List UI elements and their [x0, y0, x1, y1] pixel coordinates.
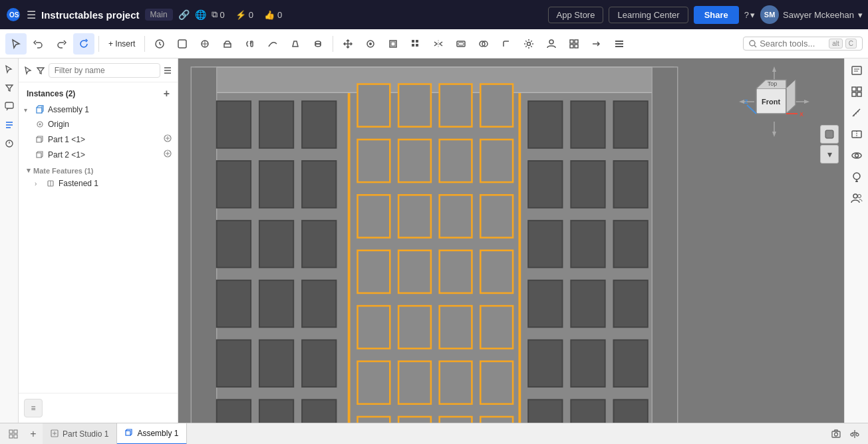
svg-rect-79	[302, 399, 336, 423]
appearance-icon[interactable]	[847, 167, 866, 186]
insert-button[interactable]: + Insert	[103, 33, 140, 55]
comment-icon	[5, 102, 14, 111]
svg-rect-101	[398, 362, 431, 404]
svg-rect-104	[358, 417, 390, 423]
sidebar-filter-icon[interactable]	[36, 61, 45, 80]
learning-button[interactable]: Learning Center	[609, 7, 688, 23]
tree-item-part2[interactable]: Part 2 <1>	[19, 147, 178, 162]
left-measure-icon[interactable]	[1, 136, 17, 152]
add-tab-button[interactable]: +	[24, 425, 43, 443]
move-button[interactable]	[337, 33, 359, 55]
logo[interactable]: OS	[5, 7, 21, 23]
help-button[interactable]: ? ▾	[744, 10, 755, 20]
undo-button[interactable]	[28, 33, 49, 55]
view-mode-button[interactable]	[820, 125, 839, 144]
view-cube[interactable]: Front Top Z X	[738, 65, 811, 138]
person-button[interactable]	[541, 33, 562, 55]
search-tools-input[interactable]	[760, 39, 826, 49]
view-dropdown-button[interactable]: ▾	[820, 145, 839, 164]
extrude-button[interactable]	[217, 33, 238, 55]
left-comment-icon[interactable]	[1, 98, 17, 114]
fastened1-chevron-icon: ›	[35, 180, 43, 187]
tree-item-fastened1[interactable]: › Fastened 1	[19, 176, 178, 191]
pattern-button[interactable]	[405, 33, 426, 55]
user-menu[interactable]: SM Sawyer Mckeehan ▾	[760, 5, 863, 24]
svg-rect-114	[528, 221, 562, 268]
paint-icon	[851, 171, 863, 183]
sidebar-list-icon[interactable]	[163, 61, 172, 80]
expand-sidebar-button[interactable]: ≡	[24, 399, 43, 417]
tree-item-part1[interactable]: Part 1 <1>	[19, 132, 178, 147]
left-parts-icon[interactable]	[1, 117, 17, 133]
left-filter-icon[interactable]	[1, 80, 17, 96]
mirror-button[interactable]	[428, 33, 449, 55]
hole-button[interactable]	[307, 33, 329, 55]
svg-rect-38	[5, 102, 13, 108]
svg-rect-86	[440, 140, 472, 182]
arrow-button[interactable]	[586, 33, 607, 55]
filter-input[interactable]	[49, 63, 160, 78]
globe-icon[interactable]: 🌐	[195, 9, 206, 20]
balance-icon[interactable]	[847, 426, 863, 442]
svg-rect-7	[224, 44, 231, 47]
sidebar-cursor-icon[interactable]	[24, 61, 33, 80]
like-count: 0	[277, 10, 282, 20]
toolbar-divider-2	[144, 36, 145, 52]
svg-rect-41	[37, 108, 42, 113]
hamburger-menu-icon[interactable]: ☰	[27, 9, 36, 21]
assembly1-tab-label: Assembly 1	[137, 429, 178, 438]
share-button[interactable]: Share	[694, 6, 739, 24]
tab-partstudio1[interactable]: Part Studio 1	[43, 423, 117, 445]
offset-button[interactable]	[382, 33, 404, 55]
parts-button[interactable]	[172, 33, 193, 55]
counter-copies[interactable]: ⧉ 0	[212, 9, 225, 20]
branch-icon: ⚡	[235, 10, 246, 20]
collaboration-icon[interactable]	[847, 189, 866, 207]
branch-tag[interactable]: Main	[145, 9, 173, 21]
expand-toolbar-button[interactable]	[609, 33, 630, 55]
svg-rect-78	[259, 399, 293, 423]
svg-rect-3	[178, 40, 186, 48]
sweep-button[interactable]	[262, 33, 283, 55]
display-states-icon[interactable]	[847, 146, 866, 165]
refresh-button[interactable]	[73, 33, 94, 55]
assemble-icon	[200, 39, 210, 49]
fillet-button[interactable]	[496, 33, 517, 55]
camera-icon[interactable]	[828, 426, 844, 442]
search-tools[interactable]: alt C	[743, 37, 863, 51]
sidebar-toolbar	[19, 58, 178, 82]
add-instance-icon[interactable]: +	[164, 88, 170, 100]
history-button[interactable]	[149, 33, 170, 55]
tab-assembly1[interactable]: Assembly 1	[117, 423, 187, 445]
grid-view-panel-icon[interactable]	[847, 82, 866, 101]
left-select-icon[interactable]	[1, 61, 17, 77]
tree-item-origin[interactable]: Origin	[19, 117, 178, 132]
link-icon[interactable]: 🔗	[178, 9, 190, 20]
viewport[interactable]: Front Top Z X ▾	[178, 58, 844, 423]
counter-likes[interactable]: 👍 0	[264, 10, 282, 20]
camera-icon	[831, 429, 841, 439]
measure-panel-icon[interactable]	[847, 104, 866, 122]
gear-settings-button[interactable]	[518, 33, 539, 55]
select-tool-button[interactable]	[5, 33, 27, 55]
section-view-icon[interactable]	[847, 125, 866, 144]
shell-button[interactable]	[450, 33, 472, 55]
appstore-button[interactable]: App Store	[548, 7, 604, 23]
loft-button[interactable]	[285, 33, 306, 55]
counter-branches[interactable]: ⚡ 0	[235, 10, 253, 20]
svg-rect-122	[614, 340, 648, 388]
boolean-button[interactable]	[473, 33, 494, 55]
svg-rect-107	[480, 417, 513, 423]
history-icon	[154, 39, 165, 49]
svg-rect-61	[652, 67, 678, 423]
properties-panel-icon[interactable]	[847, 61, 866, 80]
mate-features-header[interactable]: ▾ Mate Features (1)	[19, 162, 178, 176]
svg-rect-118	[571, 280, 605, 328]
revolve-button[interactable]	[239, 33, 261, 55]
grid-button[interactable]	[563, 33, 585, 55]
redo-button[interactable]	[51, 33, 72, 55]
mate-button[interactable]	[360, 33, 381, 55]
assemble-button[interactable]	[194, 33, 216, 55]
bottom-grid-icon[interactable]	[5, 426, 21, 442]
tree-item-assembly1[interactable]: ▾ Assembly 1	[19, 102, 178, 117]
